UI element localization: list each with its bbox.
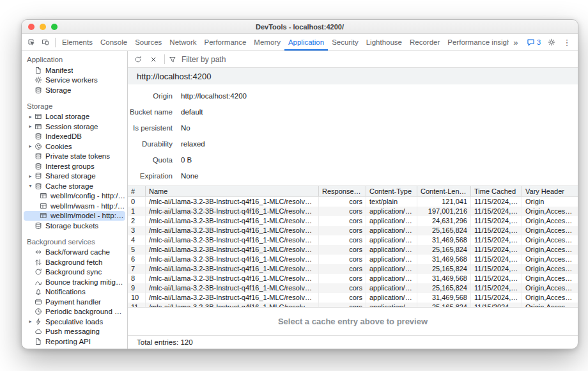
column-header-response-type[interactable]: Response-Type: [319, 186, 366, 196]
tab-recorder[interactable]: Recorder: [406, 34, 444, 51]
table-row[interactable]: 9/mlc-ai/Llama-3.2-3B-Instruct-q4f16_1-M…: [128, 283, 578, 293]
table-cell: 31,469,568: [417, 235, 471, 245]
column-header-name[interactable]: Name: [146, 186, 319, 196]
tab-security[interactable]: Security: [328, 34, 362, 51]
refresh-button[interactable]: [131, 52, 145, 67]
sidebar-item-background-fetch[interactable]: Background fetch: [24, 257, 125, 267]
table-cell: 11/15/2024, 10…: [471, 216, 522, 226]
sidebar-item-storage[interactable]: Storage: [24, 85, 125, 95]
sidebar-item-session-storage[interactable]: ▸Session storage: [24, 122, 125, 132]
sidebar-item-webllm-wasm-http-loca[interactable]: webllm/wasm - http://loca…: [24, 201, 125, 211]
table-row[interactable]: 11/mlc-ai/Llama-3.2-3B-Instruct-q4f16_1-…: [128, 303, 578, 307]
sidebar-item-push-messaging[interactable]: Push messaging: [24, 327, 125, 337]
messages-badge[interactable]: 3: [524, 38, 543, 47]
tab-performance-insights[interactable]: Performance insights: [444, 34, 509, 51]
inspect-element-button[interactable]: [24, 35, 38, 49]
table-cell: 31,469,568: [417, 255, 471, 264]
sidebar-item-manifest[interactable]: Manifest: [24, 65, 125, 75]
table-cell: 11/15/2024, 10…: [471, 245, 522, 255]
column-header-time-cached[interactable]: Time Cached: [471, 186, 522, 196]
table-cell: 6: [128, 255, 146, 264]
sidebar-item-payment-handler[interactable]: Payment handler: [24, 297, 125, 307]
collapse-arrow-icon[interactable]: ▾: [27, 183, 34, 189]
tab-elements[interactable]: Elements: [58, 34, 97, 51]
sidebar-item-indexeddb[interactable]: IndexedDB: [24, 132, 125, 142]
close-button[interactable]: [28, 24, 35, 30]
zoom-button[interactable]: [51, 24, 58, 30]
table-row[interactable]: 5/mlc-ai/Llama-3.2-3B-Instruct-q4f16_1-M…: [128, 245, 578, 255]
sidebar-section-title: Application: [22, 54, 127, 65]
table-cell: application/oc…: [366, 283, 417, 293]
sidebar-item-storage-buckets[interactable]: Storage buckets: [24, 221, 125, 231]
sidebar-item-label: Payment handler: [45, 298, 101, 306]
delete-selected-button[interactable]: [146, 52, 160, 67]
toolbar-divider: [164, 54, 165, 64]
sidebar-item-local-storage[interactable]: ▸Local storage: [24, 112, 125, 122]
cache-table-header: #NameResponse-TypeContent-TypeContent-Le…: [128, 186, 578, 197]
column-header-vary-header[interactable]: Vary Header: [522, 186, 578, 196]
table-row[interactable]: 6/mlc-ai/Llama-3.2-3B-Instruct-q4f16_1-M…: [128, 255, 578, 264]
document-icon: [34, 67, 43, 74]
expand-arrow-icon[interactable]: ▸: [27, 123, 34, 129]
device-toolbar-button[interactable]: [38, 35, 52, 49]
table-row[interactable]: 1/mlc-ai/Llama-3.2-3B-Instruct-q4f16_1-M…: [128, 207, 578, 216]
sidebar-item-cookies[interactable]: ▸Cookies: [24, 141, 125, 152]
table-row[interactable]: 0/mlc-ai/Llama-3.2-3B-Instruct-q4f16_1-M…: [128, 197, 578, 207]
table-cell: 31,469,568: [417, 274, 471, 283]
table-row[interactable]: 10/mlc-ai/Llama-3.2-3B-Instruct-q4f16_1-…: [128, 293, 578, 303]
tab-application[interactable]: Application: [284, 34, 328, 51]
messages-count: 3: [537, 38, 541, 46]
column-header-index[interactable]: #: [128, 186, 146, 196]
tab-console[interactable]: Console: [97, 34, 131, 51]
tab-performance[interactable]: Performance: [201, 34, 251, 51]
table-row[interactable]: 4/mlc-ai/Llama-3.2-3B-Instruct-q4f16_1-M…: [128, 235, 578, 245]
sidebar-item-webllm-config-http-loc[interactable]: webllm/config - http://loc…: [24, 191, 125, 201]
sidebar-section-title: Background services: [22, 236, 127, 248]
table-row[interactable]: 3/mlc-ai/Llama-3.2-3B-Instruct-q4f16_1-M…: [128, 226, 578, 235]
sidebar-item-private-state-tokens[interactable]: Private state tokens: [24, 152, 125, 162]
sidebar-item-background-sync[interactable]: Background sync: [24, 267, 125, 278]
expand-arrow-icon[interactable]: ▸: [27, 114, 34, 120]
minimize-button[interactable]: [40, 24, 46, 30]
sidebar-item-shared-storage[interactable]: ▸Shared storage: [24, 171, 125, 182]
expand-arrow-icon[interactable]: ▸: [27, 319, 34, 324]
settings-button[interactable]: [545, 35, 559, 49]
sidebar-item-label: Shared storage: [45, 172, 96, 180]
table-row[interactable]: 8/mlc-ai/Llama-3.2-3B-Instruct-q4f16_1-M…: [128, 274, 578, 283]
sidebar-item-notifications[interactable]: Notifications: [24, 287, 125, 297]
sidebar-item-label: Service workers: [45, 76, 98, 84]
sidebar-item-speculative-loads[interactable]: ▸Speculative loads: [24, 317, 125, 327]
expand-arrow-icon[interactable]: ▸: [27, 143, 34, 149]
payment-icon: [34, 298, 43, 306]
sidebar-item-webllm-model-http-loc[interactable]: webllm/model - http://loc…: [24, 211, 125, 221]
more-tabs-button[interactable]: »: [509, 35, 523, 49]
metadata-value: relaxed: [181, 140, 205, 148]
table-row[interactable]: 2/mlc-ai/Llama-3.2-3B-Instruct-q4f16_1-M…: [128, 216, 578, 226]
column-header-content-type[interactable]: Content-Type: [366, 186, 417, 196]
tab-sources[interactable]: Sources: [131, 34, 166, 51]
sidebar-item-back-forward-cache[interactable]: Back/forward cache: [24, 248, 125, 258]
sidebar-item-service-workers[interactable]: Service workers: [24, 75, 125, 86]
dots-icon: ⋮: [563, 38, 571, 47]
sidebar-item-bounce-tracking-mitigations[interactable]: Bounce tracking mitigations: [24, 277, 125, 287]
sidebar-item-reporting-api[interactable]: Reporting API: [24, 336, 125, 347]
tab-memory[interactable]: Memory: [250, 34, 284, 51]
sidebar-item-interest-groups[interactable]: Interest groups: [24, 161, 125, 171]
window-title: DevTools - localhost:4200/: [22, 23, 578, 31]
database-icon: [34, 152, 43, 160]
filter-input[interactable]: [180, 54, 276, 65]
table-row[interactable]: 7/mlc-ai/Llama-3.2-3B-Instruct-q4f16_1-M…: [128, 264, 578, 274]
expand-arrow-icon[interactable]: ▸: [27, 173, 34, 179]
database-icon: [34, 162, 43, 170]
sidebar-item-periodic-background-sync[interactable]: Periodic background sync: [24, 307, 125, 317]
up-down-icon: [34, 258, 43, 266]
column-header-content-length[interactable]: Content-Length: [417, 186, 471, 196]
tab-lighthouse[interactable]: Lighthouse: [362, 34, 406, 51]
sidebar-item-label: Private state tokens: [45, 152, 110, 160]
tab-network[interactable]: Network: [166, 34, 200, 51]
sidebar-item-label: Storage buckets: [45, 222, 98, 230]
sidebar-item-cache-storage[interactable]: ▾Cache storage: [24, 181, 125, 191]
bounce-icon: [34, 278, 43, 286]
more-options-button[interactable]: ⋮: [560, 35, 574, 49]
table-cell: Origin,Access…: [522, 235, 578, 245]
